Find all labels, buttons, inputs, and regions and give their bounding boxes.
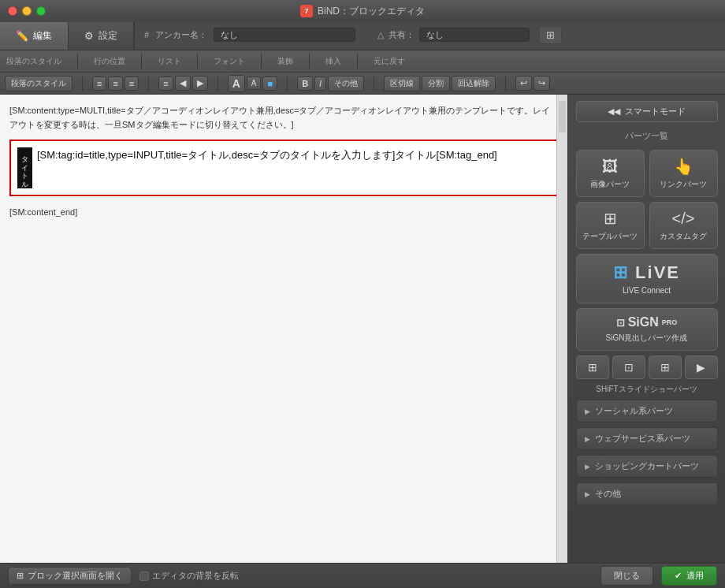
toolbar-group-font: フォント [214, 56, 245, 67]
other-btn[interactable]: その他 [328, 76, 364, 91]
insert-wrap-btn[interactable]: 回込解除 [452, 76, 496, 91]
live-connect-btn[interactable]: ⊞ LiVE LiVE Connect [576, 254, 718, 303]
back-btn[interactable]: ◀ [175, 76, 191, 91]
parts-label: パーツ一覧 [576, 127, 718, 145]
shift-btn-2[interactable]: ⊡ [612, 355, 645, 379]
anchor-bar: # アンカー名： △ 共有： ⊞ [134, 22, 725, 47]
insert-group: 区切線 分割 回込解除 [384, 76, 496, 91]
window-title-text: BiND：ブロックエディタ [318, 5, 425, 18]
tb2-divider-5 [374, 76, 374, 91]
decoration-label: 装飾 [277, 56, 293, 67]
smart-mode-btn[interactable]: ◀◀ スマートモード [576, 101, 718, 122]
social-label: ソーシャル系パーツ [595, 405, 673, 417]
image-icon: 🖼 [602, 158, 618, 176]
table-icon: ⊞ [604, 209, 617, 228]
shift-btn-3[interactable]: ⊞ [649, 355, 682, 379]
align-center-btn[interactable]: ≡ [108, 76, 122, 91]
share-label: 共有： [389, 29, 415, 41]
table-parts-label: テーブルパーツ [582, 231, 638, 242]
tag-content[interactable]: [SM:tag:id=title,type=INPUT,title=タイトル,d… [37, 147, 497, 188]
table-parts-btn[interactable]: ⊞ テーブルパーツ [576, 202, 645, 249]
close-window-btn[interactable] [8, 6, 17, 16]
social-parts-btn[interactable]: ▶ ソーシャル系パーツ [576, 400, 718, 422]
forward-btn[interactable]: ▶ [192, 76, 208, 91]
undo-btn[interactable]: ↩ [515, 76, 532, 91]
toolbar-group-line: 行の位置 [94, 56, 125, 67]
web-parts-btn[interactable]: ▶ ウェブサービス系パーツ [576, 427, 718, 450]
scrollbar-track[interactable] [559, 101, 566, 132]
bottom-bar: ⊞ ブロック選択画面を開く エディタの背景を反転 閉じる ✔ 適用 [0, 563, 725, 588]
sm-tag-box[interactable]: タイトル [SM:tag:id=title,type=INPUT,title=タ… [9, 140, 558, 196]
insert-split-btn[interactable]: 区切線 [384, 76, 420, 91]
tab-anchor-bar: ✏️ 編集 ⚙ 設定 # アンカー名： △ 共有： ⊞ [0, 22, 725, 50]
sm-end-text: [SM:content_end] [9, 207, 558, 217]
revert-label: 元に戻す [374, 56, 405, 67]
align-right-btn[interactable]: ≡ [125, 76, 139, 91]
other-label: その他 [595, 488, 621, 500]
link-parts-btn[interactable]: 👆 リンクパーツ [649, 150, 718, 197]
minimize-window-btn[interactable] [22, 6, 32, 16]
link-parts-label: リンクパーツ [660, 179, 707, 190]
window-controls[interactable] [8, 6, 46, 16]
apply-check-icon: ✔ [675, 571, 682, 581]
line-position-label: 行の位置 [94, 56, 125, 67]
custom-tag-label: カスタムタグ [660, 231, 707, 242]
web-label: ウェブサービス系パーツ [595, 433, 690, 445]
share-input[interactable] [419, 28, 530, 42]
undo-group: ↩ ↪ [515, 76, 550, 91]
triangle-icon-shopping: ▶ [585, 463, 590, 471]
tab-edit[interactable]: ✏️ 編集 [0, 22, 69, 50]
app-icon: 7 [300, 5, 313, 17]
sign-pro-btn[interactable]: ⊡ SiGNPRO SiGN見出しパーツ作成 [576, 308, 718, 351]
custom-tag-btn[interactable]: </> カスタムタグ [649, 202, 718, 249]
font-a-btn[interactable]: A [228, 75, 245, 92]
divider-3 [197, 54, 198, 69]
decoration-group: B I その他 [297, 76, 364, 91]
font-small-a-btn[interactable]: A [247, 76, 262, 90]
editor-content[interactable]: [SM:content:type=MULTI,title=タブ／アコーディオンレ… [0, 95, 567, 563]
paragraph-style-label: 段落のスタイル [6, 56, 61, 67]
bg-toggle-label[interactable]: エディタの背景を反転 [139, 570, 239, 582]
maximize-window-btn[interactable] [36, 6, 46, 16]
open-block-btn[interactable]: ⊞ ブロック選択画面を開く [8, 567, 132, 585]
sm-content-text: [SM:content:type=MULTI,title=タブ／アコーディオンレ… [9, 104, 558, 132]
main-area: [SM:content:type=MULTI,title=タブ／アコーディオンレ… [0, 95, 725, 563]
top-right-button[interactable]: ⊞ [539, 26, 562, 44]
other-parts-btn[interactable]: ▶ その他 [576, 482, 718, 505]
shopping-label: ショッピングカートパーツ [595, 460, 699, 472]
parts-grid: 🖼 画像パーツ 👆 リンクパーツ ⊞ テーブルパーツ </> カスタムタグ [576, 150, 718, 249]
close-btn[interactable]: 閉じる [600, 566, 653, 586]
color-box-btn[interactable]: ■ [262, 76, 277, 91]
align-left-btn[interactable]: ≡ [92, 76, 106, 91]
toolbar-group-insert: 挿入 [325, 56, 341, 67]
shift-grid: ⊞ ⊡ ⊞ ▶ [576, 355, 718, 379]
tb2-divider-6 [505, 76, 506, 91]
font-label: フォント [214, 56, 245, 67]
shift-btn-4[interactable]: ▶ [685, 355, 718, 379]
tb2-divider-3 [217, 76, 218, 91]
shift-btn-1[interactable]: ⊞ [576, 355, 609, 379]
anchor-input[interactable] [214, 28, 355, 42]
list-btn[interactable]: ≡ [158, 76, 173, 91]
divider-5 [309, 54, 310, 69]
font-group: A A ■ [228, 75, 277, 92]
bg-toggle-checkbox[interactable] [139, 571, 149, 581]
shopping-parts-btn[interactable]: ▶ ショッピングカートパーツ [576, 455, 718, 478]
apply-btn[interactable]: ✔ 適用 [661, 566, 717, 586]
bold-btn[interactable]: B [297, 76, 313, 91]
insert-divide-btn[interactable]: 分割 [422, 76, 450, 91]
list-group: ≡ ◀ ▶ [158, 76, 207, 91]
triangle-icon-social: ▶ [585, 408, 590, 415]
link-icon: 👆 [674, 157, 693, 176]
editor-scrollbar[interactable] [556, 95, 567, 563]
tab-settings[interactable]: ⚙ 設定 [69, 22, 134, 50]
image-parts-btn[interactable]: 🖼 画像パーツ [576, 150, 645, 197]
redo-btn[interactable]: ↪ [534, 76, 550, 91]
divider-6 [357, 54, 358, 69]
triangle-icon-other: ▶ [585, 490, 590, 498]
share-icon: △ [377, 30, 384, 40]
sign-pro-label: SiGN見出しパーツ作成 [606, 333, 688, 344]
divider-2 [141, 54, 142, 69]
paragraph-style-btn[interactable]: 段落のスタイル [5, 76, 72, 91]
italic-btn[interactable]: I [314, 76, 326, 91]
